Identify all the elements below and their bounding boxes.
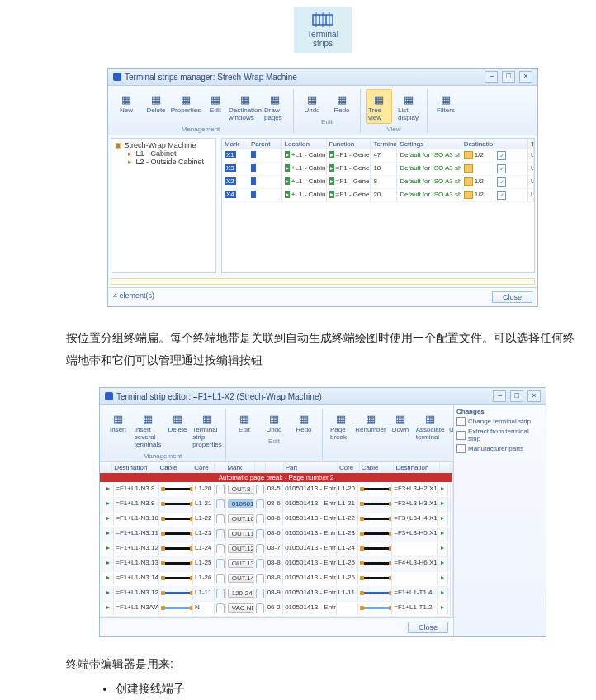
grid-col-header[interactable]: Mark [222, 139, 248, 149]
app-icon [105, 392, 113, 400]
ribbon-filters[interactable]: ▦Filters [433, 89, 459, 116]
ribbon-edit[interactable]: ▦Edit [202, 89, 229, 124]
table-row[interactable]: X3 ▸ +L1 - Cabinet▸ =F1 - General10Defau… [222, 163, 534, 176]
ribbon-insert-several[interactable]: ▦Insert several terminals [135, 409, 161, 451]
ribbon-assoc[interactable]: ▦Associate terminal [417, 409, 443, 458]
changes-item[interactable]: Change terminal strip [456, 417, 543, 426]
grid-col-header[interactable]: Cable [158, 463, 193, 472]
ribbon-properties[interactable]: ▦Properties [173, 89, 199, 124]
grid-col-header[interactable] [266, 463, 284, 472]
table-row[interactable]: X2 ▸ +L1 - Cabinet▸ =F1 - General8Defaul… [222, 176, 534, 189]
table-row[interactable]: ▸=F1+L1-N3/VAC NNVAC NEU06-2010501413 - … [102, 602, 451, 617]
ribbon-update[interactable]: ▦Update [447, 409, 453, 458]
table-row[interactable]: ▸=F1+L1-N3.8L1-20OUT.808-5010501413 - En… [102, 483, 451, 498]
filters-icon: ▦ [438, 92, 453, 106]
ribbon-edit[interactable]: ▦Edit [231, 409, 258, 436]
properties-label: Properties [171, 106, 201, 114]
grid-col-header[interactable] [255, 463, 266, 472]
ribbon-draw[interactable]: ▦Draw pages [262, 89, 288, 124]
grid-col-header[interactable]: To draw [528, 139, 534, 149]
ribbon-redo[interactable]: ▦Redo [291, 409, 317, 436]
close-button[interactable]: × [527, 390, 541, 402]
minimize-button[interactable]: – [493, 390, 506, 402]
redo-label: Redo [333, 106, 349, 114]
table-row[interactable]: ▸=F1+L1-N3.13L1-25OUT.1308-8010501413 - … [102, 557, 451, 572]
delete-icon: ▦ [170, 411, 185, 426]
tree-root[interactable]: Strech-Wrap Machine [125, 141, 196, 149]
element-count: 4 element(s) [113, 291, 154, 303]
insert-icon: ▦ [111, 411, 125, 426]
table-row[interactable]: ▸=F1+L1-N3.10L1-22OUT.1008-6010501413 - … [102, 513, 451, 527]
changes-item[interactable]: Extract from terminal strip [456, 428, 543, 442]
grid-col-header[interactable]: Cable [360, 463, 395, 472]
grid-col-header[interactable]: Mark [225, 463, 254, 472]
changes-item[interactable]: Manufacturer parts [456, 444, 543, 453]
terminal-strips-icon[interactable]: Terminal strips [294, 7, 352, 53]
changes-pane: Changes Change terminal stripExtract fro… [453, 405, 546, 636]
table-row[interactable]: ▸=F1+L1-N3.11L1-23OUT.1108-6010501413 - … [102, 527, 451, 542]
grid-col-header[interactable] [215, 463, 225, 472]
ribbon-redo[interactable]: ▦Redo [329, 89, 355, 116]
grid-col-header[interactable]: Core [338, 463, 360, 472]
table-row[interactable]: X1 ▸ +L1 - Cabinet▸ =F1 - General47Defau… [222, 149, 534, 163]
renumber-label: Renumber [355, 426, 386, 433]
ribbon-destination[interactable]: ▦Destination windows [232, 89, 258, 124]
tree-icon: ▦ [371, 92, 386, 106]
grid-col-header[interactable] [102, 463, 112, 472]
table-row[interactable]: ▸=F1+L1-N3.9L1-2101050141308-6010501413 … [102, 498, 451, 513]
grid-col-header[interactable]: Parent [248, 139, 282, 149]
ribbon-undo[interactable]: ▦Undo [299, 89, 325, 116]
maximize-button[interactable]: □ [510, 390, 523, 402]
search-bar[interactable] [111, 278, 535, 285]
destination-label: Destination windows [229, 106, 262, 121]
close-footer-button[interactable]: Close [492, 291, 532, 303]
minimize-button[interactable]: – [485, 71, 498, 83]
ribbon-group-label: Management [182, 125, 220, 133]
grid-col-header[interactable]: Destination [112, 463, 158, 472]
destination-icon: ▦ [238, 92, 253, 106]
ribbon-delete[interactable]: ▦Delete [143, 89, 169, 124]
grid-col-header[interactable]: Function [327, 139, 371, 149]
delete-label: Delete [146, 106, 165, 114]
insert-several-label: Insert several terminals [135, 426, 161, 448]
tree-child-l1[interactable]: L1 - Cabinet [136, 149, 177, 158]
grid-col-header[interactable]: Terminal number [371, 139, 397, 149]
terminal-icon [311, 12, 334, 28]
tree-pane[interactable]: ▣ Strech-Wrap Machine ▸ L1 - Cabinet ▸ L… [111, 138, 216, 273]
table-row[interactable]: ▸=F1+L1-N3.120/24VL1-11120-240VAC08-9010… [102, 587, 451, 602]
ribbon-tree[interactable]: ▦Tree view [366, 89, 392, 124]
paragraph-1: 按位置分组终端扁。每个终端地带是关联到自动生成终端绘图时使用一个配置文件。可以选… [66, 327, 579, 371]
ribbon-page-break[interactable]: ▦Page break [328, 409, 354, 458]
app-icon [113, 73, 121, 81]
undo-label: Undo [304, 106, 319, 114]
tree-label: Tree view [368, 106, 390, 121]
ribbon-undo[interactable]: ▦Undo [261, 409, 287, 436]
grid-col-header[interactable]: Core [192, 463, 215, 472]
ribbon-down[interactable]: ▦Down [387, 409, 414, 458]
tree-child-l2[interactable]: L2 - Outside Cabinet [136, 158, 205, 166]
table-row[interactable]: X4 ▸ +L1 - Cabinet▸ =F1 - General20Defau… [222, 189, 534, 202]
close-button[interactable]: × [519, 71, 532, 83]
table-row[interactable]: ▸=F1+L1-N3.14L1-26OUT.1408-8010501413 - … [102, 572, 451, 587]
ribbon-list[interactable]: ▦List display [395, 89, 422, 124]
ribbon-ts-props[interactable]: ▦Terminal strip properties [194, 409, 220, 451]
changes-title: Changes [456, 408, 543, 415]
grid-col-header[interactable] [440, 463, 451, 472]
ribbon-new[interactable]: ▦New [113, 89, 140, 124]
undo-icon: ▦ [305, 92, 319, 106]
new-icon: ▦ [119, 92, 134, 106]
close-footer-button[interactable]: Close [408, 622, 448, 633]
maximize-button[interactable]: □ [502, 71, 515, 83]
grid-col-header[interactable]: Destination [394, 463, 439, 472]
grid-col-header[interactable]: Destinatio... [461, 139, 495, 149]
ribbon-insert[interactable]: ▦Insert [105, 409, 131, 451]
grid-col-header[interactable]: Part [284, 463, 338, 472]
ribbon-renumber[interactable]: ▦Renumber [357, 409, 384, 458]
delete-icon: ▦ [149, 92, 163, 106]
ribbon-delete[interactable]: ▦Delete [164, 409, 191, 451]
grid-col-header[interactable]: Location [282, 139, 327, 149]
grid-col-header[interactable] [494, 139, 528, 149]
terminal-icon-label1: Terminal [296, 30, 350, 39]
table-row[interactable]: ▸=F1+L1-N3.12L1-24OUT.1208-7010501413 - … [102, 542, 451, 557]
grid-col-header[interactable]: Settings [397, 139, 461, 149]
